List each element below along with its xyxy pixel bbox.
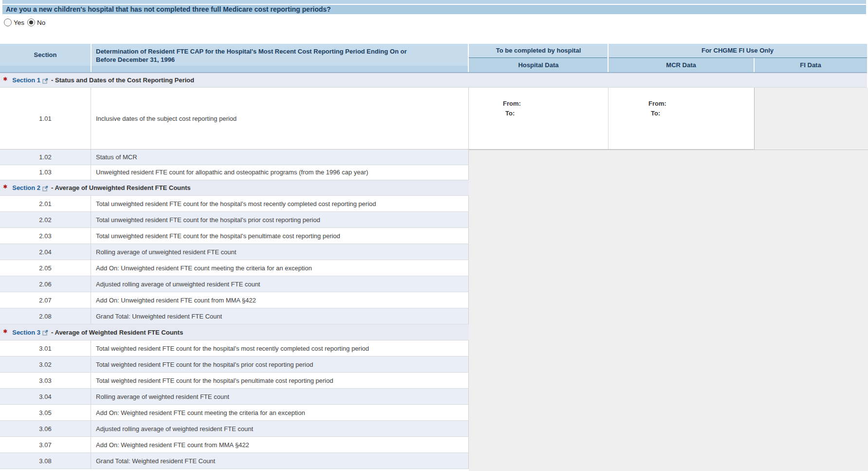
table-row: 1.02 Status of MCR — [0, 150, 469, 165]
table-header: Section Determination of Resident FTE CA… — [0, 44, 867, 72]
hospital-to-label: To: — [503, 109, 521, 118]
fi-data-panel-row101 — [754, 88, 868, 150]
radio-no-label[interactable]: No — [37, 19, 45, 26]
group-header-chgme-fi: For CHGME FI Use Only — [608, 47, 867, 54]
question-bar: Are you a new children's hospital that h… — [2, 5, 866, 14]
section-2-header-row: ✱ Section 2 - Average of Unweighted Resi… — [0, 180, 469, 196]
section-1-header-row: ✱ Section 1 - Status and Dates of the Co… — [0, 73, 867, 88]
required-star-icon: ✱ — [3, 184, 7, 190]
section-title: - Status and Dates of the Cost Reporting… — [51, 76, 194, 84]
mcr-from-label: From: — [648, 99, 666, 109]
required-star-icon: ✱ — [3, 76, 7, 82]
row-description: Inclusive dates of the subject cost repo… — [91, 88, 469, 149]
column-header-hospital-data: Hospital Data — [469, 61, 608, 69]
table-row: 2.06 Adjusted rolling average of unweigh… — [0, 276, 469, 292]
section-title: - Average of Weighted Resident FTE Count… — [51, 329, 183, 336]
table-row: 2.08 Grand Total: Unweighted resident FT… — [0, 308, 469, 324]
table-row: 3.02 Total weighted resident FTE count f… — [0, 357, 469, 373]
table-row: 3.03 Total weighted resident FTE count f… — [0, 373, 469, 389]
table-body: ✱ Section 1 - Status and Dates of the Co… — [0, 73, 469, 469]
column-header-description: Determination of Resident FTE CAP for th… — [96, 47, 423, 64]
table-row: 3.07 Add On: Weighted resident FTE count… — [0, 437, 469, 453]
table-row: 3.01 Total weighted resident FTE count f… — [0, 340, 469, 357]
top-strip — [2, 0, 866, 4]
table-row: 2.05 Add On: Unweighted resident FTE cou… — [0, 260, 469, 276]
table-row: 3.04 Rolling average of weighted residen… — [0, 389, 469, 405]
column-header-fi-data: FI Data — [754, 61, 867, 69]
column-header-mcr-data: MCR Data — [608, 61, 754, 69]
external-link-icon[interactable] — [42, 186, 48, 191]
table-row: 3.05 Add On: Weighted resident FTE count… — [0, 405, 469, 421]
group-hospital-underline — [469, 57, 607, 58]
radio-yes[interactable] — [4, 19, 12, 26]
table-row: 2.07 Add On: Unweighted resident FTE cou… — [0, 292, 469, 308]
section-3-link[interactable]: Section 3 — [12, 329, 40, 336]
new-hospital-radio-group: Yes No — [4, 18, 48, 27]
table-row: 1.03 Unweighted resident FTE count for a… — [0, 165, 469, 181]
hospital-from-label: From: — [503, 99, 521, 109]
table-row: 2.02 Total unweighted resident FTE count… — [0, 212, 469, 228]
section-3-header-row: ✱ Section 3 - Average of Weighted Reside… — [0, 324, 469, 340]
table-row: 3.06 Adjusted rolling average of weighte… — [0, 421, 469, 437]
radio-yes-label[interactable]: Yes — [14, 19, 24, 26]
hospital-data-cell[interactable]: From: To: — [469, 88, 609, 149]
table-row: 2.01 Total unweighted resident FTE count… — [0, 196, 469, 212]
table-row: 2.03 Total unweighted resident FTE count… — [0, 228, 469, 244]
table-row: 3.08 Grand Total: Weighted resident FTE … — [0, 453, 469, 469]
section-title: - Average of Unweighted Resident FTE Cou… — [51, 184, 191, 191]
mcr-to-label: To: — [648, 109, 666, 118]
section-2-link[interactable]: Section 2 — [12, 184, 40, 191]
column-header-section: Section — [0, 44, 91, 66]
row-number: 1.01 — [0, 88, 91, 149]
external-link-icon[interactable] — [42, 330, 48, 336]
mcr-data-cell[interactable]: From: To: — [609, 88, 754, 149]
radio-no[interactable] — [27, 19, 35, 26]
data-entry-panel-readonly — [469, 150, 868, 471]
required-star-icon: ✱ — [3, 328, 7, 335]
header-substrip-left — [0, 66, 468, 72]
chgme-form-page: Are you a new children's hospital that h… — [0, 0, 868, 471]
table-row: 2.04 Rolling average of unweighted resid… — [0, 244, 469, 260]
group-header-hospital: To be completed by hospital — [469, 47, 608, 54]
external-link-icon[interactable] — [42, 78, 48, 84]
group-fi-underline — [609, 57, 867, 58]
section-1-link[interactable]: Section 1 — [12, 76, 40, 84]
table-row: 1.01 Inclusive dates of the subject cost… — [0, 88, 754, 150]
